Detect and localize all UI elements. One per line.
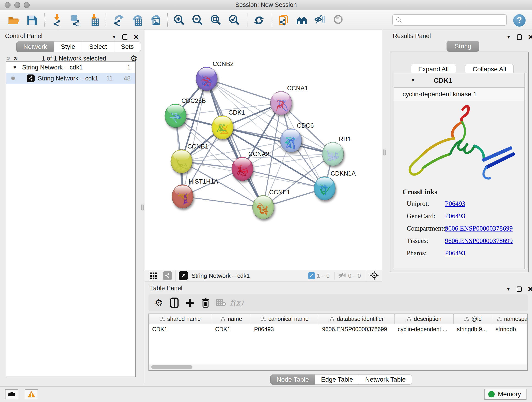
create-column-plus-icon[interactable] [184,297,196,309]
table-settings-gear-icon[interactable]: ⚙ [152,297,165,309]
section-expander-icon[interactable]: ▼ [411,78,415,83]
cloud-status-button[interactable] [5,389,18,399]
edge-HIST1H1A-CCNE1[interactable] [183,196,263,207]
cell[interactable]: CDK1 [149,324,212,334]
window-zoom-light[interactable] [24,2,30,8]
column-header-name[interactable]: name [212,314,251,324]
crosslink-link[interactable]: P06493 [445,249,465,257]
delete-column-trash-icon[interactable] [199,297,212,309]
window-close-light[interactable] [5,2,11,8]
collapse-all-chevron-icon[interactable]: » [5,57,13,61]
right-splitter-grip[interactable] [383,149,386,156]
table-row[interactable]: CDK1CDK1P064939606.ENSP00000378699cyclin… [149,324,527,334]
column-header-namespace[interactable]: namespace [492,314,528,324]
table-collapse-icon[interactable]: ▼ [506,287,511,292]
network-share-icon[interactable] [163,271,172,280]
cell[interactable]: 9606.ENSP00000378699 [319,324,394,334]
zoom-selected-button[interactable] [227,13,241,27]
network-from-document-button[interactable] [276,13,291,27]
column-header-description[interactable]: description [394,314,454,324]
import-table-button[interactable] [86,13,100,27]
table-float-icon[interactable] [517,287,522,292]
save-session-button[interactable] [24,13,39,27]
search-box[interactable] [392,14,507,26]
crosslink-link[interactable]: 9606.ENSP00000378699 [445,225,513,232]
birdseye-crosshair-icon[interactable] [369,270,379,281]
edge-CCNB2-CCNE1[interactable] [207,79,263,207]
selected-nodes-checkbox[interactable]: ✓ [308,272,315,279]
node-table[interactable]: shared name name canonical name database… [148,313,528,371]
cell[interactable]: stringdb [492,324,528,334]
tab-edge-table[interactable]: Edge Table [315,375,359,385]
network-canvas[interactable]: CCNB2CCNA1CDC25BCDK1CDC6RB1CCNB1CCNA2CDK… [145,30,382,270]
edge-CCNA2-CDKN1A[interactable] [242,169,325,188]
expand-all-chevron-icon[interactable]: « [12,57,20,61]
column-header-shared-name[interactable]: shared name [149,314,212,324]
table-close-icon[interactable]: ✕ [528,285,532,293]
column-header-canonical-name[interactable]: canonical name [251,314,319,324]
panel-collapse-icon[interactable]: ▼ [112,34,116,40]
tab-network[interactable]: Network [16,41,54,52]
node-CCNA1[interactable]: CCNA1 [270,85,308,115]
open-in-new-window-icon[interactable] [179,271,188,280]
node-CDK1[interactable]: CDK1 [212,109,245,139]
hidden-items-eye-icon[interactable] [338,272,346,280]
tab-select[interactable]: Select [82,41,114,52]
column-header-@id[interactable]: @id [454,314,492,324]
function-builder-icon[interactable]: f(x) [230,297,243,309]
zoom-in-button[interactable] [172,13,186,27]
crosslink-link[interactable]: 9606.ENSP00000378699 [445,237,513,245]
tab-network-table[interactable]: Network Table [359,375,412,385]
results-close-icon[interactable]: ✕ [528,33,532,41]
open-file-button[interactable] [6,13,21,27]
refresh-view-button[interactable] [252,13,266,27]
results-collapse-icon[interactable]: ▼ [506,34,511,40]
cell[interactable]: CDK1 [212,324,251,334]
tab-string[interactable]: String [447,41,479,51]
node-CCNE1[interactable]: CCNE1 [253,189,290,219]
preview-eye-button[interactable] [331,13,346,27]
delete-table-icon[interactable] [215,297,227,309]
export-network-button[interactable] [110,13,125,27]
column-header-database-identifier[interactable]: database identifier [319,314,394,324]
help-button[interactable]: ? [513,14,526,27]
search-input[interactable] [405,17,504,24]
export-image-button[interactable] [147,13,162,27]
table-hscrollbar[interactable] [149,364,527,370]
cell[interactable]: P06493 [251,324,319,334]
import-network-button[interactable] [49,13,64,27]
node-HIST1H1A[interactable]: HIST1H1A [172,178,218,208]
crosslink-link[interactable]: P06493 [445,212,465,220]
edge-CDK1-RB1[interactable] [222,128,333,154]
left-splitter-grip[interactable] [141,204,144,211]
table-hscrollbar-thumb[interactable] [151,365,192,369]
window-minimize-light[interactable] [14,2,20,8]
panel-close-icon[interactable]: ✕ [133,33,139,41]
zoom-fit-button[interactable] [209,13,223,27]
show-columns-icon[interactable] [168,297,181,309]
export-table-button[interactable] [129,13,143,27]
warning-status-button[interactable] [25,389,38,399]
tab-node-table[interactable]: Node Table [270,375,315,385]
results-scrollbar[interactable] [525,73,527,269]
tree-expander-icon[interactable]: ▼ [13,65,17,70]
crosslink-link[interactable]: P06493 [445,200,465,207]
tab-style[interactable]: Style [54,41,82,52]
node-CCNB1[interactable]: CCNB1 [171,143,209,173]
network-row-selected[interactable]: String Network – cdk1 11 48 [6,73,135,84]
panel-float-icon[interactable] [122,34,127,40]
edge-CCNB2-CCNA1[interactable] [207,79,281,103]
zoom-out-button[interactable] [190,13,205,27]
cell[interactable]: cyclin-dependent ... [394,324,454,334]
results-float-icon[interactable] [517,34,522,40]
grid-view-icon[interactable] [147,269,160,282]
home-view-button[interactable] [295,13,309,27]
hide-show-graphics-button[interactable] [313,13,328,27]
memory-button[interactable]: Memory [484,389,526,400]
node-CDKN1A[interactable]: CDKN1A [314,170,356,200]
tab-sets[interactable]: Sets [114,41,141,52]
gene-section-header[interactable]: ▼ CDK1 [394,73,526,88]
node-RB1[interactable]: RB1 [322,136,351,166]
cell[interactable]: stringdb:9... [454,324,492,334]
network-collection-row[interactable]: ▼ String Network – cdk1 1 [6,62,135,73]
